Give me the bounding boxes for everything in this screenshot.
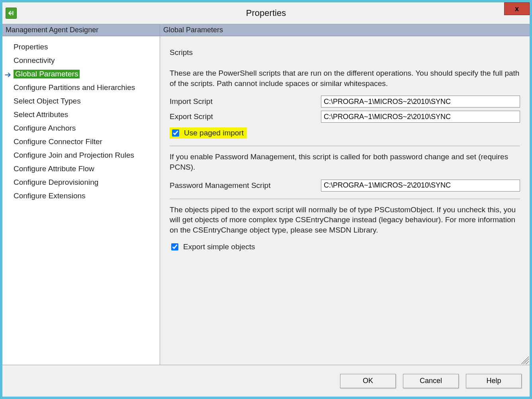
sidebar-item-configure-deprovisioning[interactable]: Configure Deprovisioning: [14, 176, 160, 189]
export-script-row: Export Script: [170, 111, 520, 123]
main-content: Scripts These are the PowerShell scripts…: [160, 36, 530, 256]
sidebar-item-configure-connector-filter[interactable]: Configure Connector Filter: [14, 135, 160, 149]
main-pane: Global Parameters Scripts These are the …: [160, 24, 530, 365]
sidebar-item-configure-anchors[interactable]: Configure Anchors: [14, 121, 160, 135]
close-button[interactable]: x: [504, 2, 530, 15]
export-simple-row: Export simple objects: [170, 242, 520, 252]
use-paged-import-checkbox[interactable]: [172, 129, 179, 137]
sidebar-item-global-parameters[interactable]: Global Parameters: [14, 67, 160, 81]
resize-grip-icon[interactable]: [521, 356, 529, 364]
import-script-row: Import Script: [170, 96, 520, 108]
sidebar-item-configure-partitions-and-hierarchies[interactable]: Configure Partitions and Hierarchies: [14, 81, 160, 94]
sidebar-item-label: Configure Extensions: [14, 192, 86, 200]
sidebar-item-configure-attribute-flow[interactable]: Configure Attribute Flow: [14, 162, 160, 176]
sidebar-item-label: Properties: [14, 43, 48, 51]
dialog-body: Management Agent Designer PropertiesConn…: [2, 24, 530, 365]
sidebar-item-label: Configure Deprovisioning: [14, 178, 98, 187]
main-header: Global Parameters: [160, 24, 530, 36]
export-simple-checkbox[interactable]: [171, 243, 178, 250]
export-simple-description: The objects piped to the export script w…: [170, 205, 520, 235]
sidebar-item-label: Configure Partitions and Hierarchies: [14, 83, 135, 92]
import-script-input[interactable]: [321, 96, 520, 108]
sidebar-header: Management Agent Designer: [2, 24, 160, 36]
sidebar-item-connectivity[interactable]: Connectivity: [14, 54, 160, 67]
sidebar-item-select-object-types[interactable]: Select Object Types: [14, 94, 160, 108]
sidebar-item-label: Select Attributes: [14, 110, 68, 119]
sidebar-item-label: Configure Connector Filter: [14, 137, 102, 146]
sidebar-item-label: Global Parameters: [14, 70, 80, 78]
cancel-button[interactable]: Cancel: [403, 374, 459, 388]
sidebar-item-configure-extensions[interactable]: Configure Extensions: [14, 189, 160, 203]
sidebar-item-select-attributes[interactable]: Select Attributes: [14, 108, 160, 121]
export-simple-label[interactable]: Export simple objects: [183, 243, 255, 251]
properties-window: Properties x Management Agent Designer P…: [2, 2, 530, 397]
sidebar-item-label: Configure Attribute Flow: [14, 164, 94, 173]
sidebar-item-label: Select Object Types: [14, 97, 81, 106]
scripts-description: These are the PowerShell scripts that ar…: [170, 68, 520, 88]
ok-button[interactable]: OK: [340, 374, 396, 388]
use-paged-import-row: Use paged import: [170, 127, 247, 139]
dialog-footer: OK Cancel Help: [2, 365, 530, 397]
title-bar: Properties x: [2, 2, 530, 24]
arrow-right-icon: [5, 70, 12, 76]
export-script-input[interactable]: [321, 111, 520, 123]
svg-rect-0: [12, 11, 14, 16]
sidebar-item-label: Connectivity: [14, 56, 55, 65]
window-title: Properties: [2, 8, 530, 18]
sidebar-item-label: Configure Anchors: [14, 124, 76, 133]
close-icon: x: [515, 5, 519, 13]
separator: [170, 199, 520, 199]
sidebar-item-properties[interactable]: Properties: [14, 40, 160, 54]
help-button[interactable]: Help: [466, 374, 522, 388]
nav-list: PropertiesConnectivityGlobal ParametersC…: [2, 36, 160, 203]
app-icon: [6, 8, 17, 19]
import-script-label: Import Script: [170, 97, 321, 106]
separator: [170, 146, 520, 146]
scripts-heading: Scripts: [170, 48, 520, 57]
password-script-row: Password Management Script: [170, 180, 520, 192]
password-script-label: Password Management Script: [170, 181, 321, 190]
sidebar-item-label: Configure Join and Projection Rules: [14, 151, 134, 160]
use-paged-import-label[interactable]: Use paged import: [184, 129, 244, 137]
password-script-input[interactable]: [321, 180, 520, 192]
sidebar: Management Agent Designer PropertiesConn…: [2, 24, 160, 365]
sidebar-item-configure-join-and-projection-rules[interactable]: Configure Join and Projection Rules: [14, 149, 160, 162]
password-description: If you enable Password Management, this …: [170, 152, 520, 172]
export-script-label: Export Script: [170, 112, 321, 121]
